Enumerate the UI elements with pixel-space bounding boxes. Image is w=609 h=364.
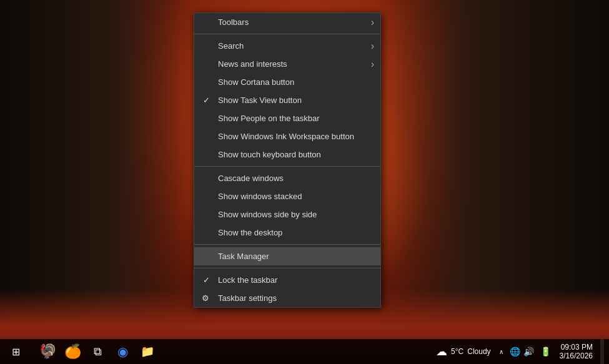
taskbar-app-person[interactable]: 🦃 <box>36 340 59 363</box>
weather-condition: Cloudy <box>467 347 490 356</box>
menu-separator-2 <box>194 166 380 167</box>
toolbars-label: Toolbars <box>218 17 249 27</box>
news-interests-label: News and interests <box>218 59 287 69</box>
task-view-icon: ⧉ <box>94 345 102 358</box>
clock-time: 09:03 PM <box>560 343 593 352</box>
menu-item-search[interactable]: Search <box>194 37 380 55</box>
battery-icon: 🔋 <box>540 347 551 357</box>
menu-item-news-interests[interactable]: News and interests <box>194 55 380 73</box>
menu-item-show-ink[interactable]: Show Windows Ink Workspace button <box>194 127 380 145</box>
clock[interactable]: 09:03 PM 3/16/2026 <box>560 343 593 360</box>
task-manager-label: Task Manager <box>218 252 269 261</box>
menu-item-show-task-view[interactable]: Show Task View button <box>194 91 380 109</box>
show-touch-label: Show touch keyboard button <box>218 150 321 159</box>
desktop: Toolbars Search News and interests Show … <box>0 0 609 364</box>
tray-overflow-icon[interactable]: ∧ <box>496 346 507 357</box>
show-desktop-button[interactable] <box>600 339 604 364</box>
taskbar-pinned-apps: 🦃 🍊 ⧉ ◉ 📁 <box>31 340 164 363</box>
orange-icon: 🍊 <box>64 343 81 360</box>
taskbar-app-orange[interactable]: 🍊 <box>61 340 84 363</box>
menu-item-show-side-by-side[interactable]: Show windows side by side <box>194 205 380 224</box>
show-stacked-label: Show windows stacked <box>218 192 302 201</box>
menu-item-show-people[interactable]: Show People on the taskbar <box>194 109 380 127</box>
menu-item-show-desktop[interactable]: Show the desktop <box>194 224 380 242</box>
taskbar-app-chrome[interactable]: ◉ <box>111 340 134 363</box>
up-arrow-icon: ∧ <box>499 348 503 355</box>
tray-network-icon[interactable]: 🌐 <box>510 346 521 357</box>
lock-taskbar-label: Lock the taskbar <box>218 275 277 285</box>
search-label: Search <box>218 41 244 51</box>
tray-battery-icon[interactable]: 🔋 <box>537 346 555 357</box>
weather-widget[interactable]: ☁ 5°C Cloudy <box>436 345 491 358</box>
context-menu: Toolbars Search News and interests Show … <box>194 12 381 308</box>
windows-icon: ⊞ <box>12 346 20 358</box>
menu-item-show-cortana[interactable]: Show Cortana button <box>194 73 380 91</box>
menu-separator-4 <box>194 268 380 268</box>
show-desktop-label: Show the desktop <box>218 228 282 237</box>
speaker-icon: 🔊 <box>523 347 534 357</box>
chrome-icon: ◉ <box>117 344 128 359</box>
menu-item-show-touch[interactable]: Show touch keyboard button <box>194 145 380 164</box>
taskbar-settings-label: Taskbar settings <box>218 293 277 303</box>
taskbar-right-area: ☁ 5°C Cloudy ∧ 🌐 🔊 🔋 09:03 PM <box>436 339 609 364</box>
menu-separator-3 <box>194 244 380 245</box>
menu-item-taskbar-settings[interactable]: ⚙ Taskbar settings <box>194 289 380 307</box>
taskbar-app-explorer[interactable]: 📁 <box>136 340 159 363</box>
show-side-by-side-label: Show windows side by side <box>218 210 317 219</box>
menu-item-task-manager[interactable]: Task Manager <box>194 247 380 265</box>
explorer-icon: 📁 <box>141 345 154 358</box>
menu-item-lock-taskbar[interactable]: Lock the taskbar <box>194 271 380 289</box>
tray-speaker-icon[interactable]: 🔊 <box>523 346 535 357</box>
network-icon: 🌐 <box>510 347 520 357</box>
show-ink-label: Show Windows Ink Workspace button <box>218 132 354 141</box>
gear-icon: ⚙ <box>202 293 209 303</box>
menu-separator-1 <box>194 34 380 34</box>
taskbar: ⊞ 🦃 🍊 ⧉ ◉ 📁 ☁ 5°C Cloudy <box>0 339 609 364</box>
clock-date: 3/16/2026 <box>560 352 593 360</box>
taskbar-task-view[interactable]: ⧉ <box>86 340 109 363</box>
show-cortana-label: Show Cortana button <box>218 77 294 87</box>
person-icon: 🦃 <box>39 343 56 360</box>
weather-temp: 5°C <box>451 347 463 356</box>
weather-cloud-icon: ☁ <box>436 345 447 358</box>
show-task-view-label: Show Task View button <box>218 96 302 105</box>
cascade-label: Cascade windows <box>218 174 284 183</box>
menu-item-toolbars[interactable]: Toolbars <box>194 13 380 31</box>
menu-item-show-stacked[interactable]: Show windows stacked <box>194 187 380 205</box>
menu-item-cascade[interactable]: Cascade windows <box>194 169 380 187</box>
system-tray: ∧ 🌐 🔊 🔋 <box>496 346 555 357</box>
show-people-label: Show People on the taskbar <box>218 114 320 123</box>
start-button[interactable]: ⊞ <box>0 339 31 364</box>
